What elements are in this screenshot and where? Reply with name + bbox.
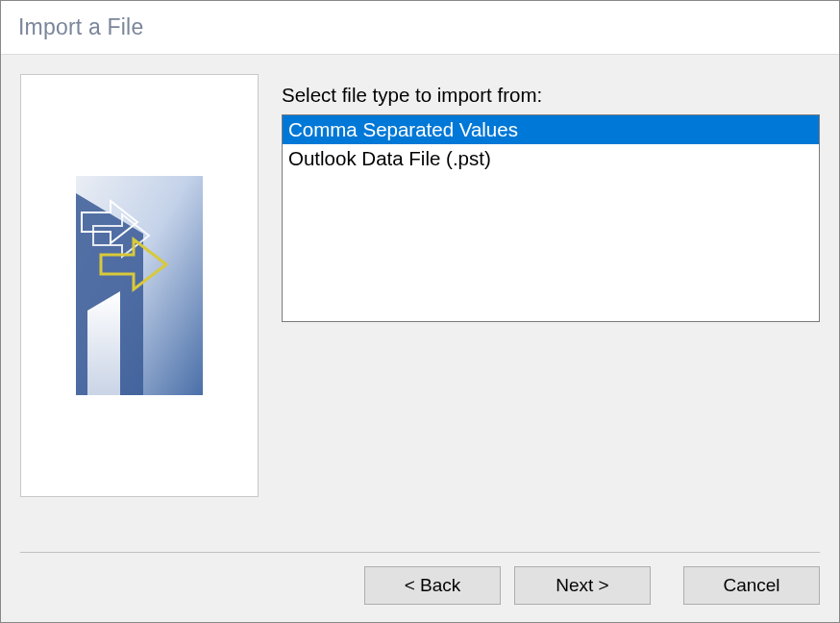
file-type-option-pst[interactable]: Outlook Data File (.pst): [283, 144, 819, 173]
cancel-button[interactable]: Cancel: [683, 566, 820, 605]
instruction-label: Select file type to import from:: [282, 84, 820, 107]
main-panel: Select file type to import from: Comma S…: [282, 74, 820, 544]
content-area: Select file type to import from: Comma S…: [1, 55, 839, 622]
titlebar: Import a File: [1, 1, 839, 55]
import-file-dialog: Import a File: [0, 0, 840, 623]
wizard-graphic-panel: [20, 74, 259, 497]
button-bar: < Back Next > Cancel: [20, 552, 820, 622]
arrow-wizard-icon: [76, 176, 203, 395]
file-type-option-csv[interactable]: Comma Separated Values: [283, 115, 819, 144]
body-row: Select file type to import from: Comma S…: [20, 74, 820, 544]
file-type-listbox[interactable]: Comma Separated Values Outlook Data File…: [282, 114, 820, 322]
back-button[interactable]: < Back: [364, 566, 501, 605]
window-title: Import a File: [18, 14, 143, 40]
next-button[interactable]: Next >: [514, 566, 651, 605]
